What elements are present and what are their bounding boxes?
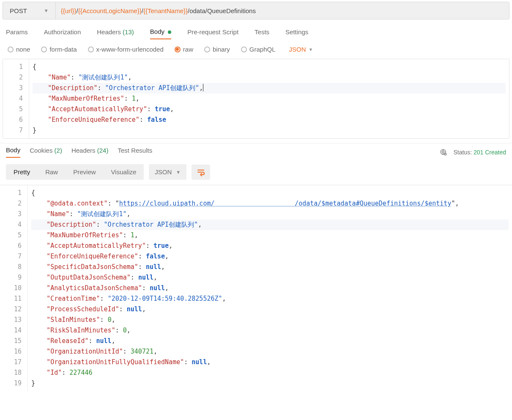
tab-label: Tests xyxy=(255,28,269,36)
body-type-label: none xyxy=(16,46,30,53)
response-tab-headers[interactable]: Headers (24) xyxy=(71,147,109,157)
dirty-dot-icon xyxy=(168,30,171,34)
line-number: 10 xyxy=(4,283,22,294)
tab-prereq[interactable]: Pre-request Script xyxy=(187,28,238,39)
code-line: } xyxy=(33,125,506,136)
body-type-selector: noneform-datax-www-form-urlencodedrawbin… xyxy=(0,41,512,59)
line-number: 4 xyxy=(7,93,23,104)
body-type-gql[interactable]: GraphQL xyxy=(241,46,276,53)
tab-label: Body xyxy=(150,28,164,35)
request-url-bar: POST ▼ {{url}}/{{AccountLogicName}}/{{Te… xyxy=(3,2,509,19)
tab-settings[interactable]: Settings xyxy=(285,28,308,39)
code-line: "Name": "测试创建队列1", xyxy=(33,72,506,83)
line-number: 12 xyxy=(4,304,22,315)
line-number: 2 xyxy=(4,198,22,209)
radio-icon xyxy=(8,47,14,52)
response-tab-count: (24) xyxy=(96,147,109,154)
body-type-binary[interactable]: binary xyxy=(204,46,230,53)
tab-params[interactable]: Params xyxy=(6,28,28,39)
response-code-area[interactable]: { "@odata.context": "https://cloud.uipat… xyxy=(28,185,512,391)
response-tab-cookies[interactable]: Cookies (2) xyxy=(30,147,62,157)
line-number: 8 xyxy=(4,262,22,272)
request-code-area[interactable]: { "Name": "测试创建队列1", "Description": "Orc… xyxy=(29,59,509,138)
tab-auth[interactable]: Authorization xyxy=(44,28,81,39)
request-line-gutter: 1234567 xyxy=(3,59,29,138)
url-variable: {{AccountLogicName}} xyxy=(78,7,142,14)
line-number: 3 xyxy=(4,209,22,220)
view-mode-pretty[interactable]: Pretty xyxy=(6,164,38,180)
body-type-form[interactable]: form-data xyxy=(41,46,77,53)
view-mode-raw[interactable]: Raw xyxy=(38,164,66,180)
line-number: 13 xyxy=(4,315,22,325)
http-method-dropdown[interactable]: POST ▼ xyxy=(3,2,56,19)
line-number: 2 xyxy=(7,72,23,83)
response-view-modes: PrettyRawPreviewVisualize xyxy=(6,164,144,180)
http-method-label: POST xyxy=(10,7,27,14)
code-line: "MaxNumberOfRetries": 1, xyxy=(33,93,506,104)
network-icon[interactable] xyxy=(440,148,447,156)
chevron-down-icon: ▼ xyxy=(309,47,313,52)
code-line: "SlaInMinutes": 0, xyxy=(31,315,509,325)
response-format-dropdown[interactable]: JSON ▼ xyxy=(149,164,186,180)
line-number: 9 xyxy=(4,272,22,283)
tab-label: Params xyxy=(6,28,28,36)
tab-headers[interactable]: Headers (13) xyxy=(97,28,134,39)
response-header-row: BodyCookies (2)Headers (24)Test Results … xyxy=(0,143,512,161)
radio-icon xyxy=(241,47,247,52)
response-meta: Status: 201 Created xyxy=(440,148,506,156)
line-number: 4 xyxy=(4,220,22,230)
text-cursor xyxy=(203,84,203,91)
line-number: 3 xyxy=(7,83,23,93)
code-line: } xyxy=(31,378,509,389)
view-mode-visualize[interactable]: Visualize xyxy=(104,164,144,180)
code-line: "AcceptAutomaticallyRetry": true, xyxy=(33,104,506,115)
response-tab-body[interactable]: Body xyxy=(6,146,20,158)
wrap-lines-button[interactable] xyxy=(192,165,210,180)
response-tab-tests[interactable]: Test Results xyxy=(118,147,152,157)
code-line: "AnalyticsDataJsonSchema": null, xyxy=(31,283,509,294)
line-number: 6 xyxy=(4,241,22,251)
code-line: "Description": "Orchestrator API创建队列", xyxy=(33,83,506,93)
code-line: "ProcessScheduleId": null, xyxy=(31,304,509,315)
line-number: 16 xyxy=(4,346,22,357)
line-number: 1 xyxy=(7,62,23,72)
body-type-none[interactable]: none xyxy=(8,46,30,53)
line-number: 7 xyxy=(7,125,23,136)
line-number: 7 xyxy=(4,251,22,262)
response-tab-label: Headers xyxy=(71,147,96,154)
code-line: "Name": "测试创建队列1", xyxy=(31,209,509,220)
body-type-xwww[interactable]: x-www-form-urlencoded xyxy=(88,46,164,53)
response-tab-label: Test Results xyxy=(118,147,152,154)
code-line: "AcceptAutomaticallyRetry": true, xyxy=(31,241,509,251)
tab-body[interactable]: Body xyxy=(150,28,171,39)
response-tab-label: Body xyxy=(6,146,20,154)
body-format-dropdown[interactable]: JSON▼ xyxy=(289,46,313,53)
response-format-label: JSON xyxy=(155,168,172,176)
radio-icon xyxy=(88,47,94,52)
tab-label: Settings xyxy=(285,28,308,36)
response-toolbar: PrettyRawPreviewVisualize JSON ▼ xyxy=(0,161,512,185)
tab-tests[interactable]: Tests xyxy=(255,28,269,39)
line-number: 5 xyxy=(7,104,23,115)
tab-count: (13) xyxy=(121,28,134,36)
code-line: "EnforceUniqueReference": false xyxy=(33,115,506,125)
body-type-label: raw xyxy=(183,46,193,53)
radio-icon xyxy=(204,47,210,52)
response-body-editor[interactable]: 12345678910111213141516171819 { "@odata.… xyxy=(0,185,512,391)
code-line: "RiskSlaInMinutes": 0, xyxy=(31,325,509,336)
url-variable: {{url}} xyxy=(61,7,77,14)
code-line: "SpecificDataJsonSchema": null, xyxy=(31,262,509,272)
request-tabs: ParamsAuthorizationHeaders (13)Body Pre-… xyxy=(0,25,512,41)
chevron-down-icon: ▼ xyxy=(44,8,49,13)
view-mode-preview[interactable]: Preview xyxy=(66,164,103,180)
code-line: { xyxy=(31,188,509,198)
response-tabs: BodyCookies (2)Headers (24)Test Results xyxy=(6,146,152,158)
body-type-raw[interactable]: raw xyxy=(175,46,193,53)
request-body-editor[interactable]: 1234567 { "Name": "测试创建队列1", "Descriptio… xyxy=(3,59,509,138)
tab-label: Pre-request Script xyxy=(187,28,238,36)
request-url-input[interactable]: {{url}}/{{AccountLogicName}}/{{TenantNam… xyxy=(56,2,509,19)
url-variable: {{TenantName}} xyxy=(143,7,188,14)
status-label: Status: xyxy=(453,149,472,156)
response-line-gutter: 12345678910111213141516171819 xyxy=(0,185,28,391)
line-number: 19 xyxy=(4,378,22,389)
